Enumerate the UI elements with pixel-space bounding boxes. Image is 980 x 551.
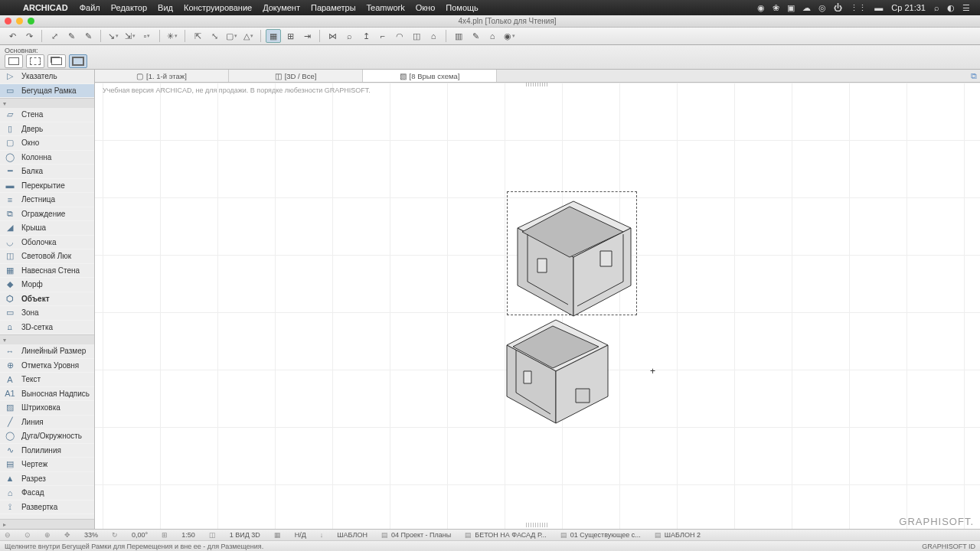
tool-Зона[interactable]: ▭Зона — [0, 306, 94, 321]
tool-Навесная Стена[interactable]: ▦Навесная Стена — [0, 264, 94, 279]
tool-icon[interactable]: △ — [240, 29, 256, 43]
tool-Штриховка[interactable]: ▨Штриховка — [0, 401, 94, 416]
tab-menu-icon[interactable]: ⧉ — [971, 70, 977, 83]
scale-icon[interactable]: ⊞ — [162, 531, 168, 539]
zoom-value[interactable]: 33% — [84, 531, 98, 539]
tray-icon[interactable]: ❀ — [773, 3, 779, 13]
snap-icon[interactable]: ✳ — [165, 29, 180, 43]
status-icon[interactable]: ▦ — [274, 531, 281, 539]
tool-Лестница[interactable]: ≡Лестница — [0, 193, 94, 207]
app-name[interactable]: ARCHICAD — [23, 3, 68, 12]
tool-Перекрытие[interactable]: ▬Перекрытие — [0, 179, 94, 194]
tool-icon[interactable]: ✎ — [64, 29, 79, 43]
flag-icon[interactable]: ▬ — [874, 3, 883, 12]
tool-Полилиния[interactable]: ∿Полилиния — [0, 444, 94, 458]
tool-Крыша[interactable]: ◢Крыша — [0, 221, 94, 236]
menu-options[interactable]: Параметры — [311, 3, 356, 12]
tool-Отметка Уровня[interactable]: ⊕Отметка Уровня — [0, 359, 94, 373]
tool-icon[interactable]: ▥ — [451, 29, 466, 43]
menu-edit[interactable]: Редактор — [111, 3, 147, 12]
drag-handle[interactable] — [526, 523, 549, 527]
zoom-hand-icon[interactable]: ✥ — [64, 531, 70, 539]
tool-icon[interactable]: ⇥ — [299, 29, 315, 43]
tool-Балка[interactable]: ━Балка — [0, 165, 94, 179]
view-tab[interactable]: ▢[1. 1-й этаж] — [95, 70, 229, 82]
marquee-mode[interactable] — [47, 54, 66, 68]
tool-Дверь[interactable]: ▯Дверь — [0, 122, 94, 137]
pin-icon[interactable]: ↓ — [320, 531, 324, 539]
status-cell[interactable]: 01 Существующее с... — [570, 531, 641, 539]
tool-Развертка[interactable]: ⟟Развертка — [0, 500, 94, 515]
zoom-out-icon[interactable]: ⊖ — [5, 531, 11, 539]
menu-design[interactable]: Конструирование — [184, 3, 252, 12]
angle-value[interactable]: 0,00° — [132, 531, 148, 539]
tool-Морф[interactable]: ◆Морф — [0, 278, 94, 292]
tool-Световой Люк[interactable]: ◫Световой Люк — [0, 249, 94, 264]
trace-icon[interactable]: ▦ — [266, 29, 281, 43]
tray-icon[interactable]: ⏻ — [834, 3, 842, 12]
view-icon[interactable]: ◫ — [209, 531, 216, 539]
status-cell[interactable]: БЕТОН НА ФАСАД Р... — [475, 531, 546, 539]
tool-Линия[interactable]: ╱Линия — [0, 416, 94, 430]
tool-Стена[interactable]: ▱Стена — [0, 108, 94, 122]
tool-Оболочка[interactable]: ◡Оболочка — [0, 236, 94, 250]
wifi-icon[interactable]: ⋮⋮ — [850, 3, 867, 13]
scale-value[interactable]: 1:50 — [181, 531, 195, 539]
marquee-mode[interactable] — [26, 54, 44, 68]
status-cell[interactable]: 04 Проект - Планы — [391, 531, 451, 539]
tool-icon[interactable]: ◉ — [501, 29, 517, 43]
tool-icon[interactable]: ✎ — [80, 29, 96, 43]
view-tab[interactable]: ◫[3D / Все] — [229, 70, 363, 82]
tool-Указатель[interactable]: ▷Указатель — [0, 70, 94, 84]
tool-icon[interactable]: ⇲ — [122, 29, 138, 43]
tool-icon[interactable]: ⌐ — [375, 29, 390, 43]
tool-icon[interactable]: ⇱ — [190, 29, 205, 43]
zoom-fit-icon[interactable]: ⊙ — [24, 531, 31, 539]
tool-Ограждение[interactable]: ⧉Ограждение — [0, 207, 94, 222]
nd-value[interactable]: Н/Д — [295, 531, 306, 539]
tool-icon[interactable]: ↘ — [106, 29, 121, 43]
tool-icon[interactable]: ✎ — [468, 29, 483, 43]
tool-Объект[interactable]: ⬡Объект — [0, 292, 94, 307]
view-value[interactable]: 1 ВИД 3D — [230, 531, 260, 539]
tool-icon[interactable]: ▫ — [139, 29, 155, 43]
tool-Бегущая Рамка[interactable]: ▭Бегущая Рамка — [0, 84, 94, 99]
menu-window[interactable]: Окно — [416, 3, 436, 12]
tool-icon[interactable]: ◠ — [392, 29, 407, 43]
graphisoft-id[interactable]: GRAPHISOFT ID — [922, 543, 975, 550]
menu-file[interactable]: Файл — [80, 3, 100, 12]
tool-icon[interactable]: ⌕ — [341, 29, 357, 43]
zoom-in-icon[interactable]: ⊕ — [44, 531, 51, 539]
group-toggle[interactable]: ▸ — [0, 520, 94, 529]
traffic-lights[interactable] — [0, 18, 34, 24]
3d-model-exploded-upper[interactable] — [508, 197, 639, 328]
drag-handle[interactable] — [526, 83, 549, 86]
tray-icon[interactable]: ◉ — [757, 3, 765, 13]
tool-icon[interactable]: ⋈ — [325, 29, 340, 43]
tool-icon[interactable]: ↥ — [358, 29, 374, 43]
menu-help[interactable]: Помощь — [446, 3, 479, 12]
view-tab[interactable]: ▧[8 Врыв схема] — [363, 70, 497, 82]
tool-icon[interactable]: ◫ — [409, 29, 424, 43]
tool-icon[interactable]: ⌂ — [485, 29, 500, 43]
menu-view[interactable]: Вид — [158, 3, 173, 12]
tool-icon[interactable]: ▢ — [224, 29, 239, 43]
search-icon[interactable]: ⌕ — [934, 3, 939, 12]
layer-value[interactable]: ШАБЛОН — [337, 531, 368, 539]
tool-Дуга/Окружность[interactable]: ◯Дуга/Окружность — [0, 429, 94, 444]
tool-Выносная Надпись[interactable]: A1Выносная Надпись — [0, 387, 94, 402]
tool-Линейный Размер[interactable]: ↔Линейный Размер — [0, 344, 94, 359]
tool-Разрез[interactable]: ▲Разрез — [0, 472, 94, 487]
home-icon[interactable]: ⌂ — [426, 29, 441, 43]
notif-icon[interactable]: ☰ — [962, 3, 970, 13]
group-toggle[interactable]: ▾ — [0, 99, 94, 108]
menu-teamwork[interactable]: Teamwork — [367, 3, 405, 12]
tray-icon[interactable]: ▣ — [787, 3, 795, 13]
marquee-mode[interactable] — [69, 54, 87, 68]
tool-Чертеж[interactable]: ▤Чертеж — [0, 458, 94, 472]
undo-icon[interactable]: ↶ — [5, 29, 20, 43]
siri-icon[interactable]: ◐ — [947, 3, 955, 13]
clock[interactable]: Ср 21:31 — [891, 3, 926, 12]
tray-icon[interactable]: ◎ — [818, 3, 826, 13]
menu-document[interactable]: Документ — [263, 3, 300, 12]
